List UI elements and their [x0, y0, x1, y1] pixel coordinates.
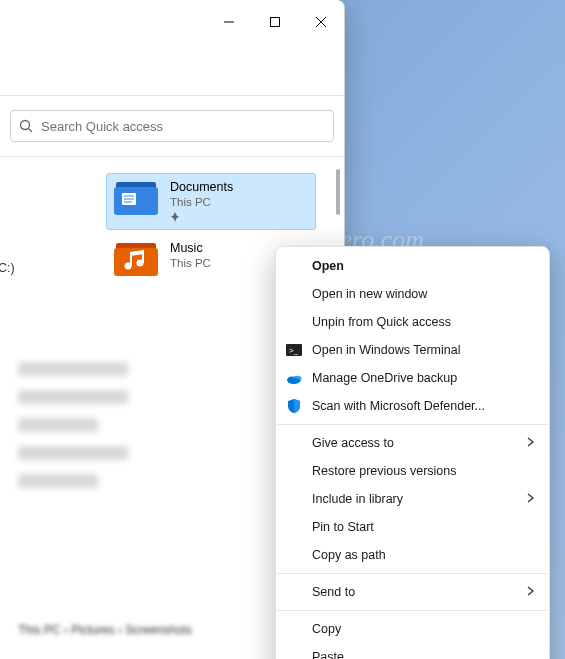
context-menu: OpenOpen in new windowUnpin from Quick a… [275, 246, 550, 659]
pin-icon [170, 212, 233, 224]
blank-icon [286, 491, 302, 507]
menu-separator [277, 610, 548, 611]
minimize-icon [224, 17, 234, 27]
folder-item-documents[interactable]: Documents This PC [106, 173, 316, 230]
menu-item-label: Send to [312, 585, 517, 599]
menu-item-label: Pin to Start [312, 520, 535, 534]
folder-location: This PC [170, 256, 211, 271]
titlebar [0, 0, 344, 44]
menu-item-include-library[interactable]: Include in library [276, 485, 549, 513]
menu-item-label: Manage OneDrive backup [312, 371, 535, 385]
svg-line-5 [29, 129, 33, 133]
scrollbar-thumb[interactable] [336, 169, 340, 215]
blurred-item [18, 474, 98, 488]
blank-icon [286, 584, 302, 600]
chevron-right-icon [527, 492, 535, 506]
defender-icon [286, 398, 302, 414]
menu-item-give-access[interactable]: Give access to [276, 429, 549, 457]
blurred-item [18, 390, 128, 404]
menu-item-label: Copy [312, 622, 535, 636]
folder-text: Documents This PC [170, 179, 233, 224]
menu-item-pin-start[interactable]: Pin to Start [276, 513, 549, 541]
search-input[interactable] [41, 119, 325, 134]
menu-item-paste[interactable]: Paste [276, 643, 549, 659]
search-row [0, 96, 344, 156]
status-text: This PC › Pictures › Screenshots [18, 623, 192, 637]
menu-item-label: Open in new window [312, 287, 535, 301]
blank-icon [286, 435, 302, 451]
documents-folder-icon [114, 179, 158, 215]
chevron-right-icon [527, 585, 535, 599]
menu-item-label: Give access to [312, 436, 517, 450]
blurred-item [18, 418, 98, 432]
search-box[interactable] [10, 110, 334, 142]
blank-icon [286, 286, 302, 302]
blank-icon [286, 258, 302, 274]
menu-item-label: Open [312, 259, 535, 273]
blank-icon [286, 649, 302, 659]
folder-name: Documents [170, 179, 233, 195]
menu-item-label: Paste [312, 650, 535, 659]
blank-icon [286, 314, 302, 330]
menu-item-copy-as-path[interactable]: Copy as path [276, 541, 549, 569]
blank-icon [286, 463, 302, 479]
blank-icon [286, 621, 302, 637]
svg-text:>_: >_ [289, 346, 299, 355]
blurred-item [18, 446, 128, 460]
menu-item-unpin-quick-access[interactable]: Unpin from Quick access [276, 308, 549, 336]
blank-icon [286, 519, 302, 535]
menu-item-onedrive-backup[interactable]: Manage OneDrive backup [276, 364, 549, 392]
menu-separator [277, 573, 548, 574]
folder-name: Music [170, 240, 211, 256]
folder-location: This PC [170, 195, 233, 210]
menu-separator [277, 424, 548, 425]
blurred-item [18, 362, 128, 376]
minimize-button[interactable] [206, 6, 252, 38]
svg-point-22 [288, 378, 300, 384]
menu-item-open-new-window[interactable]: Open in new window [276, 280, 549, 308]
blank-icon [286, 547, 302, 563]
music-folder-icon [114, 240, 158, 276]
menu-item-label: Restore previous versions [312, 464, 535, 478]
menu-item-open-terminal[interactable]: >_Open in Windows Terminal [276, 336, 549, 364]
menu-item-label: Copy as path [312, 548, 535, 562]
menu-item-label: Scan with Microsoft Defender... [312, 399, 535, 413]
search-icon [19, 119, 33, 133]
ribbon-area [0, 44, 344, 96]
onedrive-icon [286, 370, 302, 386]
menu-item-open[interactable]: Open [276, 252, 549, 280]
svg-point-4 [21, 121, 30, 130]
maximize-icon [270, 17, 280, 27]
svg-rect-1 [271, 18, 280, 27]
terminal-icon: >_ [286, 342, 302, 358]
menu-item-send-to[interactable]: Send to [276, 578, 549, 606]
drive-label[interactable]: C:) [0, 261, 15, 275]
maximize-button[interactable] [252, 6, 298, 38]
menu-item-scan-defender[interactable]: Scan with Microsoft Defender... [276, 392, 549, 420]
close-button[interactable] [298, 6, 344, 38]
menu-item-restore-versions[interactable]: Restore previous versions [276, 457, 549, 485]
close-icon [316, 17, 326, 27]
menu-item-label: Unpin from Quick access [312, 315, 535, 329]
folder-text: Music This PC [170, 240, 211, 271]
menu-item-copy[interactable]: Copy [276, 615, 549, 643]
menu-item-label: Include in library [312, 492, 517, 506]
chevron-right-icon [527, 436, 535, 450]
menu-item-label: Open in Windows Terminal [312, 343, 535, 357]
